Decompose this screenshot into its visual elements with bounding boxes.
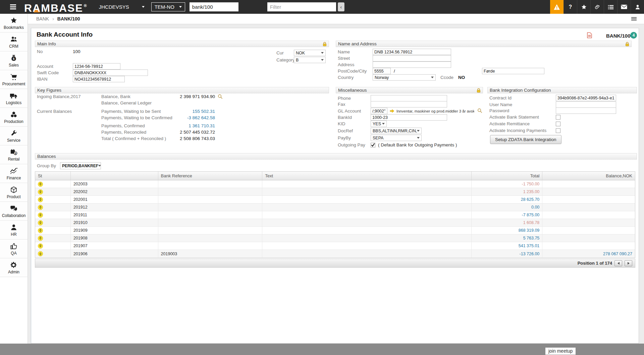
attachments-button[interactable] xyxy=(590,0,604,14)
payby-select[interactable]: SEPA xyxy=(371,135,422,141)
category-select[interactable]: B xyxy=(294,57,326,63)
swift-code-input[interactable] xyxy=(73,70,148,76)
activate-remittance-checkbox[interactable] xyxy=(556,122,560,126)
magnifier-icon[interactable] xyxy=(218,94,223,100)
sidebar-item-production[interactable]: Production xyxy=(0,108,28,127)
tasks-button[interactable] xyxy=(604,0,617,14)
sidebar-item-product[interactable]: Product xyxy=(0,183,28,202)
row-balance xyxy=(542,242,635,250)
fax-input[interactable] xyxy=(371,101,447,107)
column-header-st[interactable]: St xyxy=(35,172,70,180)
warning-icon xyxy=(553,4,560,10)
favorites-button[interactable] xyxy=(577,0,590,14)
group-by-select[interactable]: PERIOD,BANKREF xyxy=(60,162,101,169)
next-page-button[interactable] xyxy=(625,260,632,266)
account-button[interactable] xyxy=(631,0,644,14)
command-input[interactable] xyxy=(190,2,238,11)
previous-page-button[interactable] xyxy=(614,260,622,266)
magnifier-icon[interactable] xyxy=(477,108,482,114)
table-row[interactable]: 0 202001 28 625.70 xyxy=(35,196,635,204)
sidebar-item-service[interactable]: Service xyxy=(0,127,28,145)
kf-label: Balance, Bank xyxy=(101,94,130,99)
paperclip-icon xyxy=(594,4,600,10)
docref-select[interactable]: BBS,ALTINN,RMR,CIN,COA, xyxy=(371,128,422,134)
user-name-input[interactable] xyxy=(556,101,616,108)
sidebar-item-rental[interactable]: $ Rental xyxy=(0,145,28,164)
column-header-bank-reference[interactable]: Bank Reference xyxy=(158,172,262,180)
street-input[interactable] xyxy=(373,55,451,61)
revision-badge[interactable]: 4 xyxy=(630,32,637,39)
kf-label: Balance, General Ledger xyxy=(101,100,152,105)
moneybag-icon: $ xyxy=(10,54,17,62)
outgoing-pay-checkbox[interactable] xyxy=(371,143,375,147)
row-bank-reference xyxy=(158,204,262,211)
sidebar-item-procurement[interactable]: Procurement xyxy=(0,70,28,89)
row-total: 541 375.01 xyxy=(471,242,542,250)
sidebar-item-crm[interactable]: CRM xyxy=(0,33,28,51)
phone-input[interactable] xyxy=(371,95,447,101)
cart-icon xyxy=(10,73,18,81)
chevron-down-icon[interactable] xyxy=(142,6,145,8)
collapse-filter-button[interactable]: ‹ xyxy=(338,2,344,11)
status-badge: 0 xyxy=(38,197,43,202)
setup-zdata-button[interactable]: Setup ZDATA Bank Integration xyxy=(490,135,561,144)
column-header-total[interactable]: Total xyxy=(471,172,542,180)
logo-text: R xyxy=(24,2,33,14)
account-input[interactable] xyxy=(73,63,120,70)
pdf-icon[interactable] xyxy=(587,32,592,40)
activate-bank-statement-checkbox[interactable] xyxy=(556,115,560,120)
alerts-button[interactable] xyxy=(550,0,564,14)
table-row[interactable]: 0 201911 -7 875.00 xyxy=(35,211,635,219)
postcode-input[interactable] xyxy=(373,68,391,74)
column-header-period[interactable] xyxy=(70,172,158,180)
bankid-input[interactable] xyxy=(371,114,447,121)
activate-incoming-payments-checkbox[interactable] xyxy=(556,128,560,133)
column-header-text[interactable]: Text xyxy=(262,172,471,180)
table-row[interactable]: 0 201908 5 763.75 xyxy=(35,234,635,242)
iban-input[interactable] xyxy=(73,76,125,82)
contract-id-input[interactable] xyxy=(556,95,616,101)
sidebar-item-admin[interactable]: Admin xyxy=(0,258,28,277)
city-input[interactable] xyxy=(482,68,544,74)
sidebar-item-finance[interactable]: Finance xyxy=(0,164,28,183)
gl-account-input[interactable] xyxy=(371,108,387,114)
filter-input[interactable] xyxy=(267,2,336,11)
row-period: 201908 xyxy=(70,234,158,242)
database-select[interactable]: TEM-NO xyxy=(151,2,185,11)
table-row[interactable]: 0 202002 1 235.00 xyxy=(35,188,635,196)
chat-icon xyxy=(10,205,18,213)
row-total: 5 763.75 xyxy=(471,234,542,242)
sidebar-item-sales[interactable]: $ Sales xyxy=(0,51,28,70)
menu-icon[interactable] xyxy=(10,4,16,9)
table-row[interactable]: 0 201909 868 319.09 xyxy=(35,227,635,234)
system-name[interactable]: JHCDEVSYS xyxy=(99,4,129,10)
rambase-logo[interactable]: RAMBASE® xyxy=(24,0,87,15)
goto-arrow-icon[interactable] xyxy=(390,109,394,113)
table-row[interactable]: 0 202003 -1 750.00 xyxy=(35,180,635,188)
table-row[interactable]: 0 201907 541 375.01 xyxy=(35,242,635,250)
kf-label: Payments, Confirmed xyxy=(101,123,145,128)
sidebar-item-logistics[interactable]: Logistics xyxy=(0,89,28,108)
breadcrumb-root-link[interactable]: BANK xyxy=(36,16,49,21)
table-row[interactable]: 0 201912 0.00 xyxy=(35,204,635,211)
name-input[interactable] xyxy=(373,49,451,55)
password-input[interactable] xyxy=(556,107,616,114)
messages-button[interactable] xyxy=(617,0,631,14)
sidebar-item-collaboration[interactable]: Collaboration xyxy=(0,202,28,221)
country-select[interactable]: Norway xyxy=(373,74,436,81)
sidebar-item-qa[interactable]: QA xyxy=(0,239,28,258)
status-tooltip: join meetup xyxy=(545,347,576,355)
table-row[interactable]: 0 201910 1 608.78 xyxy=(35,219,635,227)
currency-select[interactable]: NOK xyxy=(294,50,326,56)
sidebar-item-hr[interactable]: HR xyxy=(0,221,28,239)
table-row[interactable]: 0 201906 2019003 -13 726.00 278 067 090.… xyxy=(35,250,635,258)
sidebar-item-bookmarks[interactable]: Bookmarks xyxy=(0,14,28,33)
kid-select[interactable]: YES xyxy=(371,121,387,127)
kf-value: 2 398 971 934.90 xyxy=(146,94,215,99)
column-header-balance-nok[interactable]: Balance,NOK xyxy=(542,172,635,180)
help-button[interactable]: ? xyxy=(564,0,577,14)
status-badge: 0 xyxy=(38,243,43,249)
address-input[interactable] xyxy=(373,61,451,68)
context-menu-icon[interactable] xyxy=(631,17,637,20)
category-label: Category xyxy=(276,57,294,62)
